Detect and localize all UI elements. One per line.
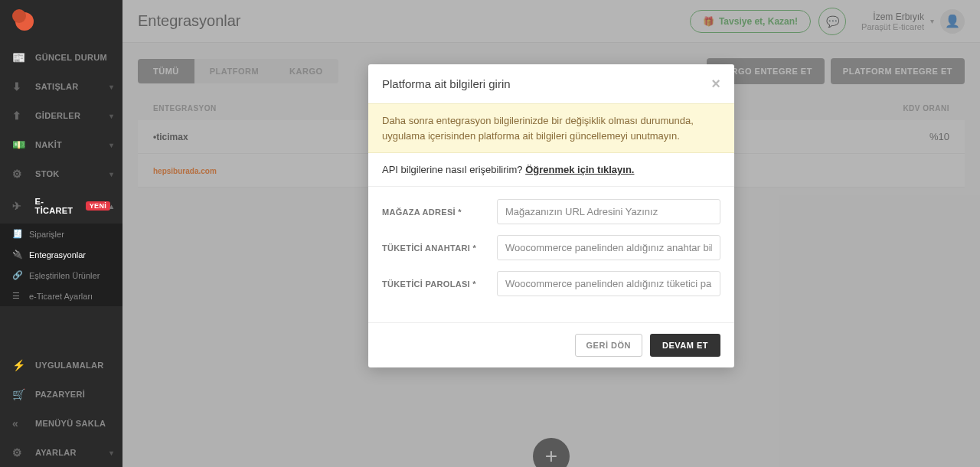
nav-label: PAZARYERİ (35, 390, 85, 399)
sub-label: e-Ticaret Ayarları (29, 292, 93, 301)
modal-overlay: Platforma ait bilgileri girin × Daha son… (122, 0, 980, 467)
collapse-icon: « (12, 417, 28, 429)
modal-api-info: API bilgilerine nasıl erişebilirim? Öğre… (368, 153, 734, 187)
input-consumer-key[interactable] (497, 235, 720, 260)
download-icon: ⬇ (12, 80, 28, 93)
nav-giderler[interactable]: ⬆GİDERLER (0, 101, 122, 130)
form-row-pass: TÜKETİCİ PAROLASI * (382, 271, 720, 296)
plane-icon: ✈ (12, 200, 28, 212)
nav-label: MENÜYÜ SAKLA (35, 419, 106, 428)
sub-entegrasyonlar[interactable]: 🔌Entegrasyonlar (0, 244, 122, 265)
sub-label: Eşleştirilen Ürünler (29, 271, 100, 280)
label-consumer-pass: TÜKETİCİ PAROLASI * (382, 279, 497, 289)
nav-bottom: ⚡UYGULAMALAR 🛒PAZARYERİ «MENÜYÜ SAKLA ⚙A… (0, 351, 122, 467)
badge-new: YENİ (86, 201, 110, 211)
sub-siparisler[interactable]: 🧾Siparişler (0, 224, 122, 244)
cash-icon: 💵 (12, 139, 28, 151)
bolt-icon: ⚡ (12, 359, 28, 371)
api-question: API bilgilerine nasıl erişebilirim? (382, 164, 525, 175)
main: Entegrasyonlar 🎁Tavsiye et, Kazan! 💬 İze… (122, 0, 980, 467)
modal-form: MAĞAZA ADRESİ * TÜKETİCİ ANAHTARI * TÜKE… (368, 187, 734, 322)
form-row-key: TÜKETİCİ ANAHTARI * (382, 235, 720, 260)
nav-label: AYARLAR (35, 448, 77, 457)
nav-label: STOK (35, 169, 60, 178)
gear-icon: ⚙ (12, 168, 28, 180)
label-store-address: MAĞAZA ADRESİ * (382, 207, 497, 217)
upload-icon: ⬆ (12, 109, 28, 122)
receipt-icon: 🧾 (12, 229, 21, 239)
continue-button[interactable]: DEVAM ET (650, 334, 720, 357)
nav-guncel-durum[interactable]: 📰GÜNCEL DURUM (0, 43, 122, 72)
sub-ayarlar[interactable]: ☰e-Ticaret Ayarları (0, 286, 122, 306)
logo[interactable] (12, 9, 37, 34)
nav-label: UYGULAMALAR (35, 361, 103, 370)
nav-label: NAKİT (35, 140, 62, 149)
modal-warning: Daha sonra entegrasyon bilgilerinizde bi… (368, 103, 734, 153)
modal: Platforma ait bilgileri girin × Daha son… (368, 64, 734, 367)
nav-uygulamalar[interactable]: ⚡UYGULAMALAR (0, 351, 122, 380)
nav-ayarlar[interactable]: ⚙AYARLAR (0, 438, 122, 467)
plug-icon: 🔌 (12, 250, 21, 260)
nav-label: E-TİCARET (35, 197, 81, 215)
nav-label: GÜNCEL DURUM (35, 53, 107, 62)
api-learn-link[interactable]: Öğrenmek için tıklayın. (525, 164, 634, 175)
nav-pazaryeri[interactable]: 🛒PAZARYERİ (0, 380, 122, 409)
input-consumer-pass[interactable] (497, 271, 720, 296)
form-row-store: MAĞAZA ADRESİ * (382, 199, 720, 224)
nav-satislar[interactable]: ⬇SATIŞLAR (0, 72, 122, 101)
link-icon: 🔗 (12, 270, 21, 280)
nav-label: GİDERLER (35, 111, 80, 120)
newspaper-icon: 📰 (12, 51, 28, 64)
list-icon: ☰ (12, 291, 21, 301)
nav-label: SATIŞLAR (35, 82, 79, 91)
nav-nakit[interactable]: 💵NAKİT (0, 130, 122, 159)
gear-icon: ⚙ (12, 446, 28, 459)
modal-head: Platforma ait bilgileri girin × (368, 64, 734, 103)
modal-footer: GERİ DÖN DEVAM ET (368, 322, 734, 367)
nav-main: 📰GÜNCEL DURUM ⬇SATIŞLAR ⬆GİDERLER 💵NAKİT… (0, 43, 122, 306)
sidebar: 📰GÜNCEL DURUM ⬇SATIŞLAR ⬆GİDERLER 💵NAKİT… (0, 0, 122, 467)
back-button[interactable]: GERİ DÖN (575, 334, 642, 357)
modal-title: Platforma ait bilgileri girin (382, 77, 711, 90)
nav-eticaret-sub: 🧾Siparişler 🔌Entegrasyonlar 🔗Eşleştirile… (0, 224, 122, 306)
cart-icon: 🛒 (12, 388, 28, 400)
nav-stok[interactable]: ⚙STOK (0, 159, 122, 188)
close-icon[interactable]: × (711, 75, 720, 93)
nav-eticaret[interactable]: ✈E-TİCARETYENİ (0, 188, 122, 224)
sub-eslestirilen[interactable]: 🔗Eşleştirilen Ürünler (0, 265, 122, 286)
sub-label: Entegrasyonlar (29, 250, 86, 260)
nav-menu-sakla[interactable]: «MENÜYÜ SAKLA (0, 409, 122, 438)
sub-label: Siparişler (29, 230, 64, 239)
label-consumer-key: TÜKETİCİ ANAHTARI * (382, 243, 497, 253)
input-store-address[interactable] (497, 199, 720, 224)
